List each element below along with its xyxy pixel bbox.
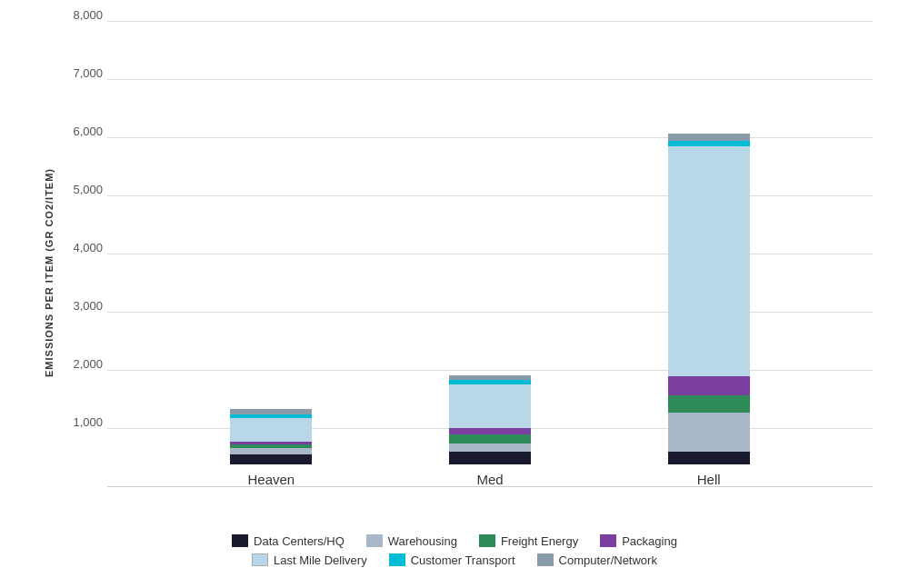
chart-inner: 1,0002,0003,0004,0005,0006,0007,0008,000…	[62, 22, 873, 523]
bar-x-label: Heaven	[247, 472, 295, 487]
stacked-bar	[449, 375, 531, 464]
legend-label: Customer Transport	[411, 553, 515, 567]
bar-segment	[668, 376, 750, 396]
legend-item: Data Centers/HQ	[232, 534, 345, 548]
legend-row-1: Data Centers/HQWarehousingFreight Energy…	[232, 534, 677, 548]
x-axis-line	[107, 486, 873, 487]
y-tick-label: 5,000	[66, 183, 103, 196]
legend-row-2: Last Mile DeliveryCustomer TransportComp…	[252, 553, 657, 567]
y-tick-label: 6,000	[66, 125, 103, 138]
legend-swatch	[479, 534, 495, 547]
chart-container: EMISSIONS PER ITEM (GR CO2/ITEM) 1,0002,…	[36, 22, 873, 567]
y-tick-label: 2,000	[66, 357, 103, 371]
bar-segment	[230, 454, 312, 464]
bar-segment	[668, 413, 750, 452]
bar-segment	[449, 434, 531, 444]
bar-segment	[230, 418, 312, 442]
legend-swatch	[252, 553, 268, 566]
y-axis-label: EMISSIONS PER ITEM (GR CO2/ITEM)	[36, 22, 62, 523]
y-tick-label: 3,000	[66, 299, 103, 313]
legend-swatch	[232, 534, 248, 547]
bar-segment	[449, 452, 531, 463]
bar-group: Med	[449, 375, 531, 487]
legend-item: Freight Energy	[479, 534, 578, 548]
bar-segment	[668, 452, 750, 463]
legend-label: Packaging	[622, 534, 677, 548]
legend-label: Data Centers/HQ	[254, 534, 345, 548]
legend-item: Customer Transport	[389, 553, 515, 567]
y-tick-label: 7,000	[66, 66, 103, 80]
bar-segment	[668, 134, 750, 141]
stacked-bar	[668, 134, 750, 464]
plot-area: 1,0002,0003,0004,0005,0006,0007,0008,000…	[62, 22, 873, 523]
legend-area: Data Centers/HQWarehousingFreight Energy…	[36, 523, 873, 567]
bar-group: Heaven	[230, 409, 312, 487]
legend-label: Computer/Network	[559, 553, 657, 567]
bar-segment	[668, 395, 750, 413]
legend-swatch	[537, 553, 554, 566]
y-tick-label: 4,000	[66, 241, 103, 254]
y-tick-label: 8,000	[66, 8, 103, 22]
bar-segment	[449, 384, 531, 428]
legend-label: Last Mile Delivery	[274, 553, 367, 567]
bar-segment	[449, 443, 531, 452]
legend-label: Freight Energy	[501, 534, 578, 548]
bar-x-label: Med	[476, 472, 503, 487]
legend-swatch	[600, 534, 616, 547]
stacked-bar	[230, 409, 312, 464]
legend-item: Packaging	[600, 534, 677, 548]
y-tick-label: 1,000	[66, 415, 103, 429]
legend-item: Last Mile Delivery	[252, 553, 367, 567]
bars-container: HeavenMedHell	[107, 22, 873, 487]
legend-swatch	[366, 534, 383, 547]
legend-item: Warehousing	[366, 534, 457, 548]
legend-swatch	[389, 553, 405, 566]
bar-segment	[668, 146, 750, 376]
bar-group: Hell	[668, 134, 750, 487]
legend-label: Warehousing	[388, 534, 457, 548]
chart-area: EMISSIONS PER ITEM (GR CO2/ITEM) 1,0002,…	[36, 22, 873, 523]
legend-item: Computer/Network	[537, 553, 657, 567]
bar-x-label: Hell	[697, 472, 721, 487]
